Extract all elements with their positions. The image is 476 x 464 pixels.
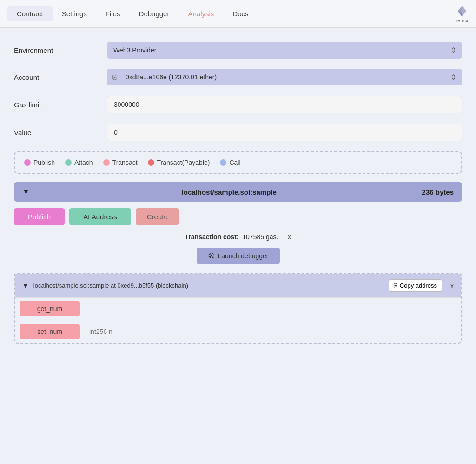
nav-contract[interactable]: Contract bbox=[7, 6, 53, 21]
top-nav: Contract Settings Files Debugger Analysi… bbox=[0, 0, 476, 28]
deployed-chevron[interactable]: ▼ bbox=[22, 282, 29, 289]
svg-marker-3 bbox=[462, 6, 466, 13]
create-button[interactable]: Create bbox=[136, 208, 179, 225]
legend-transact-payable: Transact(Payable) bbox=[148, 159, 210, 166]
contract-bar: ▼ localhost/sample.sol:sample 236 bytes bbox=[14, 182, 462, 202]
environment-select[interactable]: Web3 Provider JavaScript VM Injected Web… bbox=[107, 42, 462, 59]
transaction-cost-label: Transaction cost: bbox=[185, 233, 239, 241]
account-label: Account bbox=[14, 73, 107, 81]
environment-row: Environment Web3 Provider JavaScript VM … bbox=[14, 42, 462, 59]
value-input[interactable] bbox=[107, 124, 462, 141]
transaction-cost-value: 107585 gas. bbox=[242, 233, 278, 241]
function-row-set_num: set_num bbox=[15, 320, 461, 343]
value-label: Value bbox=[14, 129, 107, 137]
remix-logo: remix bbox=[456, 5, 469, 23]
nav-analysis[interactable]: Analysis bbox=[178, 6, 223, 21]
set-num-button[interactable]: set_num bbox=[20, 324, 80, 339]
debugger-icon: 🛠 bbox=[208, 252, 214, 260]
nav-debugger[interactable]: Debugger bbox=[130, 6, 179, 21]
contract-bar-chevron[interactable]: ▼ bbox=[22, 188, 30, 196]
legend-attach-label: Attach bbox=[74, 159, 93, 166]
nav-files[interactable]: Files bbox=[96, 6, 130, 21]
legend-transact-payable-label: Transact(Payable) bbox=[157, 159, 210, 166]
deployed-title: localhost/sample.sol:sample at 0xed9...b… bbox=[33, 282, 384, 289]
deployed-close[interactable]: x bbox=[450, 282, 454, 289]
account-arrow-icon: ⇕ bbox=[450, 73, 456, 82]
legend-attach: Attach bbox=[65, 159, 93, 166]
deployed-header: ▼ localhost/sample.sol:sample at 0xed9..… bbox=[15, 274, 461, 297]
set-num-input[interactable] bbox=[85, 324, 461, 339]
environment-label: Environment bbox=[14, 46, 107, 54]
function-row-get_num: get_num bbox=[15, 297, 461, 320]
nav-settings[interactable]: Settings bbox=[53, 6, 96, 21]
launch-debugger-button[interactable]: 🛠 Launch debugger bbox=[197, 248, 280, 264]
legend-publish: Publish bbox=[24, 159, 55, 166]
deployed-block: ▼ localhost/sample.sol:sample at 0xed9..… bbox=[14, 273, 462, 344]
contract-bar-size: 236 bytes bbox=[422, 188, 454, 196]
publish-button[interactable]: Publish bbox=[14, 208, 65, 225]
value-row: Value bbox=[14, 124, 462, 141]
gas-limit-label: Gas limit bbox=[14, 101, 107, 109]
legend-publish-label: Publish bbox=[33, 159, 55, 166]
legend-transact: Transact bbox=[103, 159, 138, 166]
attach-dot bbox=[65, 159, 72, 166]
debugger-row: 🛠 Launch debugger bbox=[14, 248, 462, 264]
call-dot bbox=[220, 159, 226, 166]
legend-call-label: Call bbox=[229, 159, 240, 166]
gas-limit-row: Gas limit bbox=[14, 96, 462, 113]
transaction-cost-text: Transaction cost: 107585 gas. bbox=[185, 233, 278, 241]
transact-dot bbox=[103, 159, 110, 166]
legend-call: Call bbox=[220, 159, 240, 166]
environment-select-wrapper: Web3 Provider JavaScript VM Injected Web… bbox=[107, 42, 462, 59]
publish-dot bbox=[24, 159, 31, 166]
main-content: Environment Web3 Provider JavaScript VM … bbox=[0, 28, 476, 353]
get-num-button[interactable]: get_num bbox=[20, 301, 80, 316]
transaction-cost-row: Transaction cost: 107585 gas. x bbox=[14, 233, 462, 241]
copy-address-icon: ⎘ bbox=[394, 282, 397, 289]
transaction-cost-close[interactable]: x bbox=[287, 233, 291, 241]
copy-address-button[interactable]: ⎘ Copy address bbox=[389, 279, 442, 292]
at-address-button[interactable]: At Address bbox=[69, 208, 131, 225]
account-row: Account ⎘ 0xd8a...e106e (12370.01 ether)… bbox=[14, 69, 462, 85]
contract-bar-title: localhost/sample.sol:sample bbox=[36, 188, 422, 196]
account-wrapper: ⎘ 0xd8a...e106e (12370.01 ether) ⇕ bbox=[107, 69, 462, 85]
copy-icon[interactable]: ⎘ bbox=[112, 73, 116, 81]
nav-docs[interactable]: Docs bbox=[223, 6, 258, 21]
gas-limit-input[interactable] bbox=[107, 96, 462, 113]
legend-transact-label: Transact bbox=[112, 159, 138, 166]
account-value: 0xd8a...e106e (12370.01 ether) bbox=[126, 73, 443, 81]
copy-address-label: Copy address bbox=[400, 282, 437, 289]
logo-label: remix bbox=[456, 18, 469, 23]
transact-payable-dot bbox=[148, 159, 154, 166]
debugger-label: Launch debugger bbox=[218, 252, 269, 260]
action-buttons-row: Publish At Address Create bbox=[14, 208, 462, 225]
legend-box: Publish Attach Transact Transact(Payable… bbox=[14, 151, 462, 174]
